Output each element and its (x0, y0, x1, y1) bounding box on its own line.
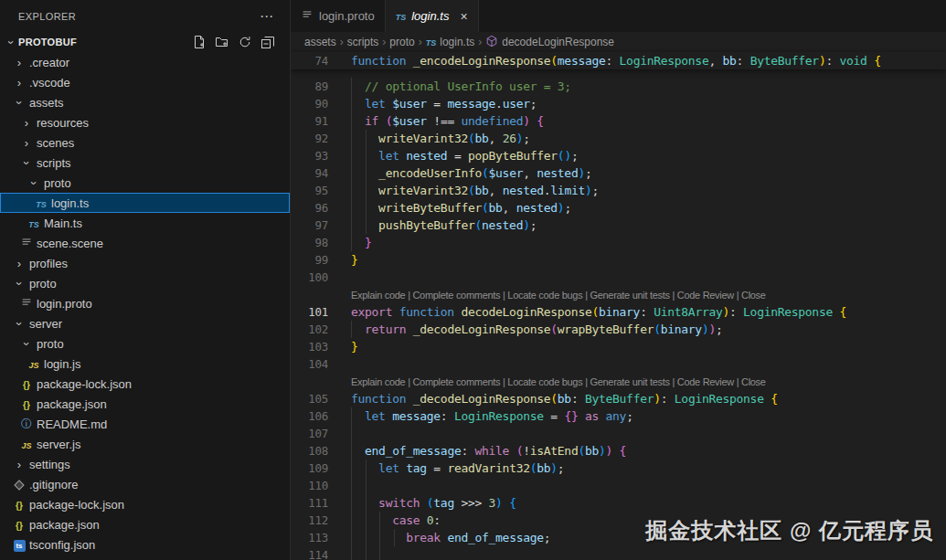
line-number: 112 (291, 513, 351, 527)
tree-item-scene-scene[interactable]: scene.scene (0, 233, 290, 253)
code-line-92: 92 writeVarint32(bb, 26); (291, 130, 946, 147)
codelens-links: Explain code | Complete comments | Locat… (351, 290, 766, 301)
tree-item-main-ts[interactable]: TSMain.ts (0, 213, 290, 233)
indent-guide (351, 442, 352, 460)
tree-item-package-json[interactable]: {}package.json (0, 514, 290, 534)
breadcrumb-separator: › (340, 36, 344, 48)
breadcrumb-label: decodeLoginResponse (502, 36, 614, 48)
code-line-110: 110 (291, 477, 946, 494)
chevron-down-icon (14, 100, 26, 104)
tree-item-creator[interactable]: .creator (0, 52, 290, 72)
tab-login-ts[interactable]: TSlogin.ts× (386, 0, 479, 32)
tree-item-profiles[interactable]: profiles (0, 253, 290, 273)
ts-icon: TS (28, 217, 39, 230)
chevron-right-icon (25, 137, 28, 149)
new-file-icon[interactable] (192, 35, 207, 49)
codelens-link-complete-comments[interactable]: Complete comments (412, 376, 500, 387)
breadcrumb-item-proto[interactable]: proto (389, 36, 414, 48)
indent-guide (351, 460, 352, 477)
indent-guide (366, 546, 367, 560)
tree-item-scripts[interactable]: scripts (0, 153, 290, 173)
breadcrumb-label: proto (389, 36, 414, 48)
breadcrumb-item-login-ts[interactable]: TSlogin.ts (426, 36, 475, 48)
explorer-title: EXPLORER (18, 11, 76, 22)
project-section-header[interactable]: PROTOBUF (0, 32, 290, 52)
indent-guide (366, 199, 367, 217)
tree-item-server-js[interactable]: JSserver.js (0, 434, 290, 454)
tree-item-login-ts[interactable]: TSlogin.ts (0, 193, 290, 213)
tree-item-settings[interactable]: settings (0, 454, 290, 474)
breadcrumb: assets›scripts›proto›TSlogin.ts›decodeLo… (291, 32, 946, 52)
indent-guide (366, 460, 367, 477)
tree-item-server[interactable]: server (0, 313, 290, 333)
code-line-102: 102 return _decodeLoginResponse(wrapByte… (291, 321, 946, 338)
line-content: writeVarint32(bb, 26); (351, 130, 530, 147)
codelens-link-generate-unit-tests[interactable]: Generate unit tests (590, 376, 669, 387)
tree-item-proto[interactable]: proto (0, 273, 290, 293)
tree-item-label: proto (29, 277, 57, 291)
tree-item-resources[interactable]: resources (0, 112, 290, 132)
tree-item-package-lock-json[interactable]: {}package-lock.json (0, 374, 290, 394)
tree-item-login-proto[interactable]: login.proto (0, 293, 290, 313)
tree-item-readme-md[interactable]: ⓘREADME.md (0, 414, 290, 434)
codelens-link-code-review[interactable]: Code Review (677, 290, 734, 301)
tree-item-proto[interactable]: proto (0, 333, 290, 354)
tree-item-label: scene.scene (37, 237, 103, 250)
ts-icon: TS (396, 9, 407, 23)
tree-item-package-json[interactable]: {}package.json (0, 394, 290, 414)
codelens-link-close[interactable]: Close (741, 376, 766, 387)
code-area[interactable]: 89 // optional UserInfo user = 3;90 let … (291, 78, 946, 560)
tree-item-vscode[interactable]: .vscode (0, 72, 290, 92)
file-icon (301, 8, 314, 24)
new-folder-icon[interactable] (215, 35, 229, 49)
refresh-icon[interactable] (238, 35, 252, 49)
editor-group: login.protoTSlogin.ts× assets›scripts›pr… (291, 0, 946, 560)
line-content: let tag = readVarint32(bb); (351, 460, 564, 477)
js-icon: JS (21, 438, 31, 451)
breadcrumb-label: scripts (347, 36, 379, 48)
tree-item-assets[interactable]: assets (0, 92, 290, 112)
line-number: 90 (291, 97, 351, 111)
codelens-link-locate-code-bugs[interactable]: Locate code bugs (507, 376, 582, 387)
tree-item-label: login.ts (51, 196, 89, 210)
tree-item-label: tsconfig.json (29, 538, 95, 552)
codelens-link-complete-comments[interactable]: Complete comments (412, 290, 500, 301)
code-line-104: 104 (291, 355, 946, 373)
line-number: 89 (291, 79, 351, 93)
tree-item-gitignore[interactable]: .gitignore (0, 474, 290, 494)
tree-item-label: login.proto (37, 297, 92, 311)
collapse-all-icon[interactable] (260, 35, 275, 49)
codelens-link-explain-code[interactable]: Explain code (351, 290, 405, 301)
tree-item-login-js[interactable]: JSlogin.js (0, 354, 290, 374)
codelens-link-locate-code-bugs[interactable]: Locate code bugs (507, 290, 582, 301)
chevron-down-icon (14, 281, 26, 285)
codelens-link-explain-code[interactable]: Explain code (351, 376, 405, 387)
codelens-link-code-review[interactable]: Code Review (677, 376, 734, 387)
tree-item-package-lock-json[interactable]: {}package-lock.json (0, 494, 290, 514)
breadcrumb-item-assets[interactable]: assets (304, 36, 336, 48)
chevron-right-icon (17, 77, 21, 89)
tree-item-label: resources (37, 116, 89, 130)
indent-guide (351, 130, 352, 147)
indent-guide (366, 529, 367, 546)
tree-item-label: .gitignore (29, 478, 78, 491)
line-number: 99 (291, 253, 351, 267)
indent-guide (379, 546, 380, 560)
info-icon: ⓘ (21, 417, 32, 432)
indent-guide (351, 112, 352, 130)
tree-item-tsconfig-json[interactable]: tstsconfig.json (0, 534, 290, 555)
close-icon[interactable]: × (460, 10, 467, 23)
breadcrumb-item-scripts[interactable]: scripts (347, 36, 379, 48)
breadcrumb-item-decodeloginresponse[interactable]: decodeLoginResponse (485, 35, 614, 50)
code-line-99: 99} (291, 251, 946, 269)
tab-login-proto[interactable]: login.proto (291, 0, 386, 32)
more-actions-icon[interactable] (256, 8, 277, 25)
codelens-link-generate-unit-tests[interactable]: Generate unit tests (590, 290, 669, 301)
line-content: } (351, 234, 372, 251)
breadcrumb-separator: › (478, 36, 482, 48)
codelens-link-close[interactable]: Close (741, 290, 766, 301)
line-content: return _decodeLoginResponse(wrapByteBuff… (351, 321, 723, 338)
tree-item-scenes[interactable]: scenes (0, 132, 290, 153)
tree-item-proto[interactable]: proto (0, 173, 290, 193)
sticky-scroll-line[interactable]: 74function _encodeLoginResponse(message:… (291, 52, 946, 69)
